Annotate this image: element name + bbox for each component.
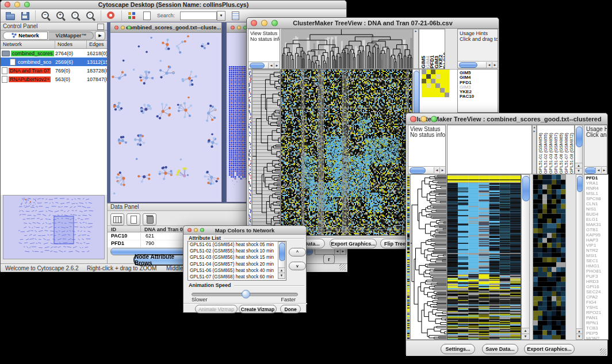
zoom-window-icon[interactable] — [200, 228, 204, 232]
close-icon[interactable] — [188, 228, 192, 232]
attribute-list-item[interactable]: GPL51-04 (GSM857) heat shock 20 min — [188, 261, 286, 267]
network-overview-panel[interactable] — [3, 195, 105, 259]
gene-label[interactable]: MAK31 — [586, 222, 608, 227]
col-id[interactable]: ID — [108, 226, 141, 232]
col-edges[interactable]: Edges — [87, 41, 107, 48]
tab-overflow-arrow[interactable]: ▶ — [95, 31, 105, 40]
array-column-label[interactable]: GPL51-07 (GSM868) — [564, 133, 569, 174]
frame1-titlebar[interactable]: combined_scores_good.txt--cluste... — [110, 22, 221, 33]
resize-grip[interactable] — [600, 348, 606, 355]
tv2-detail-heatmap[interactable] — [533, 174, 566, 340]
tv2-detail-vscrollbar[interactable]: ▲ ▼ — [576, 174, 583, 340]
attribute-list-item[interactable]: GPL51-03 (GSM856) heat shock 15 min — [188, 254, 286, 260]
gene-label[interactable]: MSL1 — [586, 191, 608, 196]
scroll-right-icon[interactable]: ► — [274, 63, 280, 68]
gene-label[interactable]: PUF3 — [586, 274, 608, 279]
gene-label[interactable]: YSH1 — [586, 305, 608, 310]
zoom-in-icon[interactable]: + — [56, 11, 66, 20]
scroll-right-icon[interactable]: ► — [439, 167, 445, 173]
scroll-left-icon[interactable]: ◄ — [595, 167, 601, 173]
gene-label[interactable]: TCB3 — [586, 325, 608, 331]
gene-label[interactable]: RPO21 — [586, 310, 608, 315]
gene-label[interactable]: FIG4 — [586, 300, 608, 305]
gene-label[interactable]: MON2 — [586, 336, 608, 340]
array-column-label[interactable]: GPL51-01 (GSM854) — [538, 133, 543, 174]
col-nodes[interactable]: Nodes — [55, 41, 87, 48]
move-down-button[interactable]: v — [289, 262, 306, 270]
resize-grip[interactable] — [339, 264, 346, 270]
tv1-global-strip[interactable] — [248, 69, 252, 236]
tab-network[interactable]: Network — [3, 32, 48, 40]
close-icon[interactable] — [231, 25, 235, 29]
scroll-down-icon[interactable]: ▼ — [522, 334, 529, 339]
zoom-fit-icon[interactable]: ▫ — [71, 11, 81, 20]
gene-label[interactable]: YRA1 — [586, 181, 608, 186]
delete-attribute-icon[interactable] — [143, 213, 156, 225]
usage-hints-scrollbar[interactable]: ◄► — [584, 166, 607, 174]
tv2-row-dendrogram[interactable] — [410, 174, 447, 340]
search-dropdown-icon[interactable]: ▼ — [217, 11, 225, 21]
scroll-down-icon[interactable]: ▼ — [278, 273, 285, 278]
scroll-left-icon[interactable]: ◄ — [268, 63, 274, 68]
tv2-column-dendrogram[interactable] — [447, 125, 532, 174]
scroll-left-icon[interactable]: ◄ — [434, 167, 439, 173]
array-column-label[interactable]: GIM5 — [420, 56, 425, 68]
minimize-icon[interactable] — [194, 228, 198, 232]
minimize-icon[interactable] — [237, 25, 241, 29]
attribute-list[interactable]: GPL51-01 (GSM854) heat shock 05 minGPL51… — [188, 241, 286, 281]
usage-hints-scrollbar[interactable]: ◄► — [458, 61, 498, 68]
scroll-up-icon[interactable]: ▲ — [522, 328, 529, 334]
export-graphics-button[interactable]: Export Graphics... — [524, 344, 575, 354]
array-column-label[interactable]: PAC10 — [442, 52, 446, 68]
tab-vizmapper[interactable]: VizMapper™ — [49, 32, 94, 40]
attribute-list-scrollbar[interactable]: ▲ ▼ — [278, 242, 285, 279]
gene-label[interactable]: PFD1 — [586, 175, 608, 181]
array-column-label[interactable]: YKE2 — [438, 55, 442, 68]
close-icon[interactable] — [5, 2, 10, 7]
minimize-icon[interactable] — [121, 25, 125, 29]
array-column-label[interactable]: PFD1 — [429, 55, 434, 68]
attribute-list-item[interactable]: GPL51-06 (GSM865) heat shock 40 min — [188, 267, 286, 274]
new-attribute-icon[interactable] — [127, 213, 140, 225]
tv1-row-dendrogram[interactable] — [252, 69, 281, 236]
scroll-left-icon[interactable]: ◄ — [334, 248, 340, 254]
gene-label[interactable]: VIP1 — [586, 243, 608, 248]
array-column-label[interactable]: GIM3 — [434, 56, 438, 68]
zoom-window-icon[interactable] — [271, 20, 278, 26]
attribute-table-icon[interactable] — [110, 213, 124, 225]
float-panel-icon[interactable] — [97, 24, 104, 30]
gene-label[interactable]: PAC10 — [460, 94, 498, 99]
gene-label[interactable]: NIS1 — [586, 206, 608, 212]
save-session-icon[interactable] — [20, 11, 30, 20]
help-lifesaver-icon[interactable] — [106, 11, 116, 20]
array-column-label[interactable]: GPL51-02 (GSM855) — [543, 133, 548, 174]
scroll-down-icon[interactable]: ▼ — [576, 334, 582, 339]
gene-label[interactable]: HRD3 — [586, 279, 608, 284]
gene-label[interactable]: ELG1 — [586, 217, 608, 222]
zoom-window-icon[interactable] — [127, 25, 131, 29]
gene-label[interactable]: SPC98 — [586, 196, 608, 201]
array-column-label[interactable]: GPL51-06 (GSM865) — [559, 133, 564, 174]
export-graphics-button[interactable]: Export Graphics... — [330, 239, 377, 248]
minimize-icon[interactable] — [420, 116, 427, 122]
tv1-column-dendrogram[interactable] — [281, 29, 413, 69]
close-icon[interactable] — [114, 25, 118, 29]
scroll-down-icon[interactable]: ▼ — [575, 168, 582, 174]
scroll-right-icon[interactable]: ► — [340, 248, 346, 254]
network-row[interactable]: DNA and Tran 07 769(0) 183728(0) — [1, 66, 107, 75]
slider-thumb[interactable] — [242, 290, 250, 298]
close-icon[interactable] — [251, 20, 257, 26]
gene-label[interactable]: GPI16 — [586, 284, 608, 289]
dialog-titlebar[interactable]: Map Colors to Network — [183, 226, 306, 235]
gene-label[interactable]: SEC24 — [586, 289, 608, 294]
zoom-window-icon[interactable] — [24, 2, 30, 7]
gene-label[interactable]: HAP3 — [586, 237, 608, 243]
move-up-button[interactable]: ^ — [289, 248, 306, 256]
minimize-icon[interactable] — [261, 20, 267, 26]
main-titlebar[interactable]: Cytoscape Desktop (Session Name: collins… — [1, 1, 346, 9]
gene-label[interactable]: GTB1 — [586, 227, 608, 232]
gene-label[interactable]: HMG1 — [586, 263, 608, 269]
gene-label[interactable]: PEP5 — [586, 331, 608, 336]
tv2-heatmap-vscrollbar[interactable]: ▲ ▼ — [521, 174, 530, 340]
animation-speed-slider[interactable] — [192, 293, 298, 296]
